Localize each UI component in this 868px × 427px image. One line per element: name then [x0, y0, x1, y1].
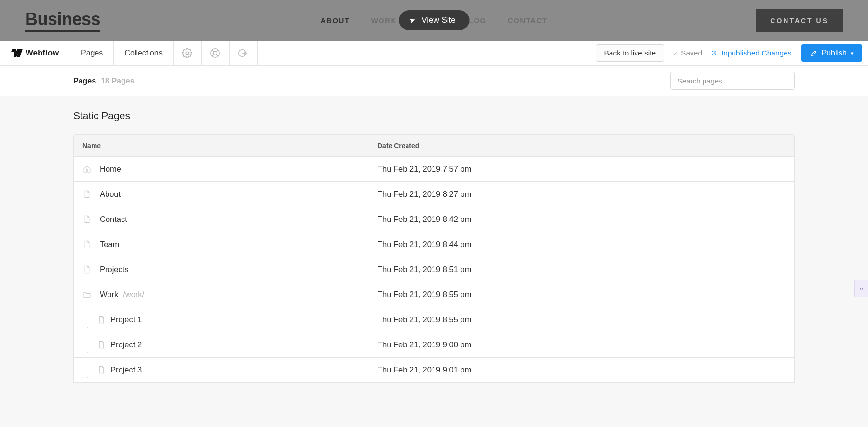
logout-icon — [238, 48, 248, 58]
table-header: Name Date Created — [74, 135, 794, 157]
folder-icon — [83, 290, 91, 299]
row-date: Thu Feb 21, 2019 7:57 pm — [378, 165, 794, 174]
saved-indicator: ✓ Saved — [673, 41, 702, 65]
publish-label: Publish — [822, 49, 847, 57]
table-row[interactable]: Project 3Thu Feb 21, 2019 9:01 pm — [74, 358, 794, 383]
contact-us-button[interactable]: CONTACT US — [756, 9, 843, 32]
row-date: Thu Feb 21, 2019 9:01 pm — [378, 365, 794, 374]
editor-toolbar: Webflow Pages Collections Back to live s… — [0, 41, 868, 66]
page-name-text: Team — [100, 240, 119, 249]
page-icon — [97, 341, 106, 349]
tree-connector — [87, 303, 93, 328]
unpublished-changes-link[interactable]: 3 Unpublished Changes — [712, 49, 791, 57]
tab-pages[interactable]: Pages — [70, 41, 114, 65]
row-name: Team — [100, 240, 378, 249]
pages-count: 18 Pages — [101, 77, 134, 85]
page-icon — [83, 240, 91, 248]
chevron-down-icon: ▾ — [851, 50, 854, 56]
page-icon — [83, 215, 91, 223]
check-icon: ✓ — [673, 50, 678, 57]
page-name-text: Contact — [100, 215, 127, 224]
row-name: Home — [100, 165, 378, 174]
tree-connector — [87, 328, 93, 353]
svg-line-4 — [217, 55, 218, 56]
help-floating-tab[interactable]: ›‹ — [854, 280, 868, 297]
page-name-text: Work — [100, 290, 118, 299]
table-row[interactable]: ContactThu Feb 21, 2019 8:42 pm — [74, 207, 794, 232]
pages-sub-header: Pages 18 Pages — [0, 66, 868, 96]
view-site-button[interactable]: ➤ View Site — [399, 10, 469, 30]
page-icon — [97, 316, 106, 324]
page-name-text: Home — [100, 165, 121, 174]
row-name: Projects — [100, 265, 378, 274]
section-title: Static Pages — [73, 110, 795, 122]
row-icon-wrap — [74, 165, 100, 173]
publish-button[interactable]: Publish ▾ — [801, 44, 862, 62]
table-row[interactable]: AboutThu Feb 21, 2019 8:27 pm — [74, 182, 794, 207]
row-name: Contact — [100, 215, 378, 224]
row-icon-wrap — [74, 265, 100, 274]
col-header-date: Date Created — [378, 142, 794, 150]
logout-tab[interactable] — [230, 41, 258, 65]
row-icon-wrap — [74, 316, 110, 324]
table-row[interactable]: Work/work/Thu Feb 21, 2019 8:55 pm — [74, 282, 794, 307]
site-logo: Business — [25, 9, 100, 32]
svg-line-5 — [217, 50, 218, 52]
page-icon — [83, 190, 91, 198]
row-icon-wrap — [74, 240, 100, 248]
row-icon-wrap — [74, 341, 110, 349]
nav-about[interactable]: ABOUT — [321, 16, 350, 25]
row-icon-wrap — [74, 190, 100, 198]
svg-point-0 — [186, 52, 189, 55]
rocket-icon — [810, 49, 818, 57]
back-to-live-button[interactable]: Back to live site — [596, 44, 664, 62]
page-name-text: Projects — [100, 265, 129, 274]
table-row[interactable]: Project 1Thu Feb 21, 2019 8:55 pm — [74, 307, 794, 332]
table-row[interactable]: ProjectsThu Feb 21, 2019 8:51 pm — [74, 257, 794, 282]
pages-title: Pages — [73, 77, 96, 85]
row-name: Project 1 — [110, 315, 378, 324]
row-date: Thu Feb 21, 2019 8:51 pm — [378, 265, 794, 274]
page-icon — [83, 265, 91, 274]
row-date: Thu Feb 21, 2019 8:55 pm — [378, 290, 794, 299]
settings-tab[interactable] — [174, 41, 202, 65]
row-name: Work/work/ — [100, 290, 378, 299]
pages-table: Name Date Created HomeThu Feb 21, 2019 7… — [73, 134, 795, 383]
help-tab[interactable] — [202, 41, 230, 65]
row-date: Thu Feb 21, 2019 8:44 pm — [378, 240, 794, 249]
row-date: Thu Feb 21, 2019 9:00 pm — [378, 340, 794, 349]
page-name-text: Project 1 — [110, 315, 142, 324]
tab-collections[interactable]: Collections — [114, 41, 173, 65]
nav-contact[interactable]: CONTACT — [508, 16, 548, 25]
help-tab-icon: ›‹ — [860, 285, 864, 292]
row-icon-wrap — [74, 366, 110, 374]
table-row[interactable]: HomeThu Feb 21, 2019 7:57 pm — [74, 157, 794, 182]
webflow-brand-text: Webflow — [26, 48, 59, 58]
gear-icon — [182, 48, 192, 58]
table-row[interactable]: TeamThu Feb 21, 2019 8:44 pm — [74, 232, 794, 257]
lifebuoy-icon — [210, 48, 220, 58]
webflow-logo[interactable]: Webflow — [0, 41, 70, 65]
col-header-name: Name — [74, 142, 378, 150]
row-date: Thu Feb 21, 2019 8:42 pm — [378, 215, 794, 224]
main-content: Static Pages Name Date Created HomeThu F… — [0, 96, 868, 383]
view-site-label: View Site — [421, 15, 456, 25]
table-row[interactable]: Project 2Thu Feb 21, 2019 9:00 pm — [74, 332, 794, 358]
page-name-text: Project 2 — [110, 340, 142, 349]
page-icon — [97, 366, 106, 374]
saved-label: Saved — [681, 49, 702, 57]
nav-work[interactable]: WORK — [371, 16, 397, 25]
row-name: Project 2 — [110, 340, 378, 349]
webflow-mark-icon — [11, 49, 23, 57]
svg-point-2 — [213, 51, 217, 55]
home-icon — [83, 165, 91, 173]
row-icon-wrap — [74, 290, 100, 299]
svg-line-3 — [212, 50, 214, 52]
row-date: Thu Feb 21, 2019 8:55 pm — [378, 315, 794, 324]
svg-line-6 — [212, 55, 214, 56]
row-date: Thu Feb 21, 2019 8:27 pm — [378, 190, 794, 199]
tree-connector — [87, 353, 93, 378]
search-input[interactable] — [670, 72, 795, 90]
row-name: Project 3 — [110, 365, 378, 374]
page-name-text: Project 3 — [110, 365, 142, 374]
